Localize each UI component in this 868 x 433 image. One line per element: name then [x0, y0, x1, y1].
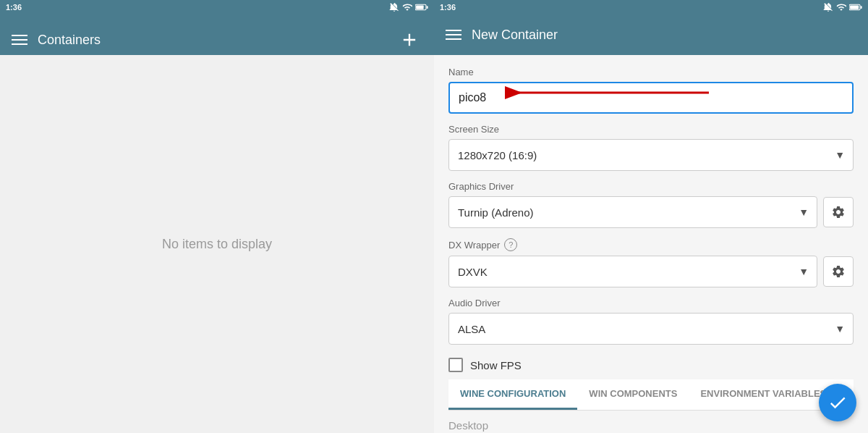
dx-wrapper-row: DXVK WineD3D None ▼ — [448, 256, 854, 287]
tab-wine-configuration[interactable]: WINE CONFIGURATION — [448, 379, 577, 410]
desktop-label: Desktop — [448, 419, 488, 432]
graphics-driver-select[interactable]: Turnip (Adreno) VirGL Software — [448, 196, 817, 228]
tab-environment-variables[interactable]: ENVIRONMENT VARIABLES — [689, 379, 838, 410]
name-label: Name — [448, 67, 854, 77]
left-status-icons — [389, 2, 428, 12]
right-status-icons — [823, 2, 862, 12]
right-content-area: Name Screen Size 1280x720 (16:9) 1920x10… — [434, 55, 868, 433]
right-panel: 1:36 New Container Name — [434, 0, 868, 433]
wifi-icon — [402, 2, 412, 12]
graphics-driver-label: Graphics Driver — [448, 181, 854, 192]
left-panel: 1:36 Containers — [0, 0, 434, 433]
tab-win-components[interactable]: WIN COMPONENTS — [577, 379, 689, 410]
right-top-bar: New Container — [434, 14, 868, 55]
name-input[interactable] — [448, 82, 854, 114]
dx-wrapper-label-row: DX Wrapper ? — [448, 238, 854, 251]
show-fps-row: Show FPS — [448, 358, 854, 372]
svg-rect-5 — [850, 5, 859, 9]
show-fps-checkbox[interactable] — [448, 358, 463, 372]
right-panel-title: New Container — [472, 28, 558, 43]
notification-mute-icon — [389, 2, 399, 12]
dx-wrapper-help-icon[interactable]: ? — [504, 238, 517, 251]
left-top-bar: Containers — [0, 14, 434, 55]
gear-icon — [831, 205, 846, 219]
left-content-area: No items to display — [0, 55, 434, 433]
check-icon — [827, 392, 848, 413]
screen-size-row: 1280x720 (16:9) 1920x1080 (16:9) ▼ — [448, 139, 854, 171]
left-status-bar: 1:36 — [0, 0, 434, 14]
audio-driver-select-wrapper: ALSA PulseAudio OSS ▼ — [448, 313, 854, 345]
empty-state-message: No items to display — [162, 237, 272, 252]
dx-wrapper-label: DX Wrapper — [448, 240, 500, 251]
left-status-time: 1:36 — [6, 3, 22, 12]
screen-size-select-wrapper: 1280x720 (16:9) 1920x1080 (16:9) ▼ — [448, 139, 854, 171]
dx-wrapper-select[interactable]: DXVK WineD3D None — [448, 256, 817, 287]
svg-rect-6 — [861, 6, 862, 9]
right-status-time: 1:36 — [440, 3, 456, 12]
confirm-fab-button[interactable] — [819, 384, 856, 421]
tabs-container: WINE CONFIGURATION WIN COMPONENTS ENVIRO… — [448, 379, 854, 411]
audio-driver-row: ALSA PulseAudio OSS ▼ — [448, 313, 854, 345]
battery-icon — [415, 3, 428, 12]
audio-driver-select[interactable]: ALSA PulseAudio OSS — [448, 313, 854, 345]
svg-rect-2 — [427, 6, 428, 9]
svg-rect-1 — [416, 5, 424, 9]
graphics-driver-settings-button[interactable] — [823, 197, 854, 227]
notification-mute-icon-right — [823, 2, 833, 12]
gear-icon-dx — [831, 264, 846, 279]
right-menu-icon[interactable] — [446, 30, 461, 40]
menu-icon[interactable] — [12, 35, 27, 45]
graphics-driver-row: Turnip (Adreno) VirGL Software ▼ — [448, 196, 854, 228]
add-container-button[interactable] — [396, 27, 422, 53]
show-fps-label: Show FPS — [470, 359, 522, 371]
audio-driver-label: Audio Driver — [448, 298, 854, 308]
plus-icon — [399, 30, 420, 50]
wifi-icon-right — [836, 2, 846, 12]
battery-icon-right — [849, 3, 862, 12]
right-status-bar: 1:36 — [434, 0, 868, 14]
left-title-area: Containers — [12, 33, 101, 48]
dx-wrapper-settings-button[interactable] — [823, 256, 854, 287]
graphics-driver-select-wrapper: Turnip (Adreno) VirGL Software ▼ — [448, 196, 817, 228]
tab-content-area: Desktop — [448, 411, 854, 432]
left-panel-title: Containers — [38, 33, 101, 48]
name-field-container — [448, 82, 854, 114]
dx-wrapper-select-wrapper: DXVK WineD3D None ▼ — [448, 256, 817, 287]
screen-size-label: Screen Size — [448, 124, 854, 135]
screen-size-select[interactable]: 1280x720 (16:9) 1920x1080 (16:9) — [448, 139, 854, 171]
